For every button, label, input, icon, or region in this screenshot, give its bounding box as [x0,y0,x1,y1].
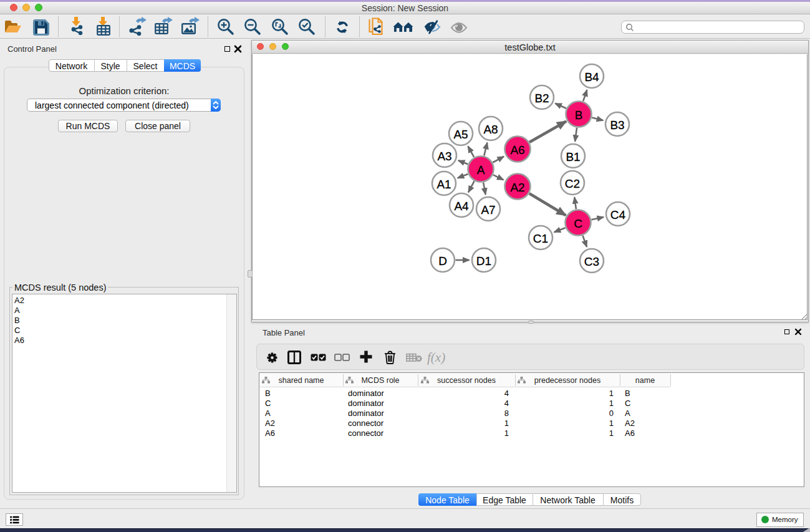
svg-text:A3: A3 [437,150,451,163]
svg-text:D: D [438,254,447,268]
svg-text:A6: A6 [510,143,524,157]
svg-text:D1: D1 [476,254,491,268]
svg-text:B: B [575,109,583,122]
svg-text:B1: B1 [566,150,580,163]
svg-text:C4: C4 [610,208,626,221]
svg-text:C1: C1 [533,232,548,245]
svg-text:A8: A8 [483,123,498,136]
svg-text:B2: B2 [534,92,549,105]
svg-text:C: C [574,217,582,230]
svg-text:C3: C3 [584,255,599,268]
svg-text:B3: B3 [610,118,624,132]
svg-text:C2: C2 [565,177,580,190]
svg-text:A1: A1 [436,178,451,191]
svg-text:A7: A7 [481,203,495,216]
svg-text:B4: B4 [584,70,599,84]
svg-text:A2: A2 [510,181,524,194]
svg-text:A4: A4 [454,200,469,213]
svg-text:A: A [477,163,485,177]
svg-text:A5: A5 [453,128,468,141]
